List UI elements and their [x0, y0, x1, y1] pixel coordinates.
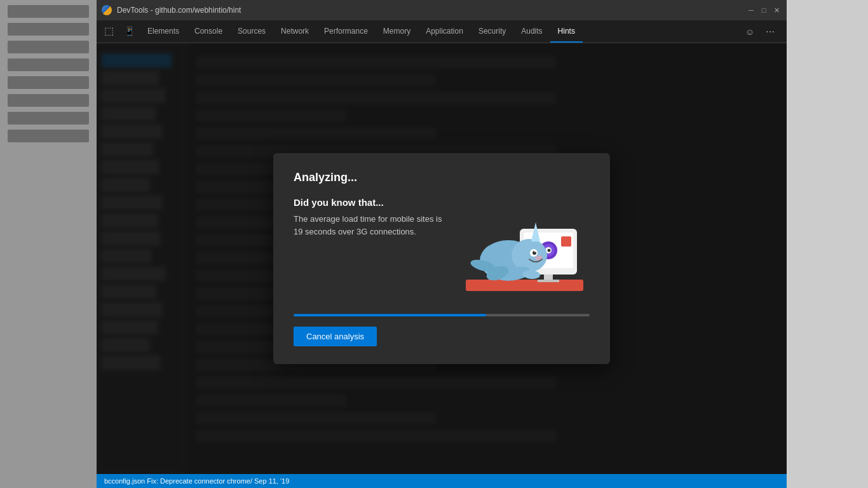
tab-sources-label: Sources [238, 27, 266, 36]
left-side-panel [0, 0, 97, 488]
left-panel-item [8, 94, 89, 107]
tab-security[interactable]: Security [471, 20, 513, 43]
tab-performance[interactable]: Performance [316, 20, 376, 43]
main-content: Analyzing... Did you know that... The av… [97, 43, 787, 474]
tab-application-label: Application [426, 27, 463, 36]
svg-point-11 [512, 239, 547, 272]
window-title: DevTools - github.com/webhintio/hint [117, 6, 746, 15]
tab-hints[interactable]: Hints [550, 20, 583, 43]
progress-track [294, 314, 590, 316]
svg-rect-0 [466, 280, 583, 291]
status-bar-text: bcconfig.json Fix: Deprecate connector c… [104, 477, 289, 485]
close-button[interactable]: ✕ [771, 5, 782, 15]
dialog-text-content: Did you know that... The average load ti… [294, 197, 450, 238]
svg-rect-9 [561, 236, 571, 247]
device-icon: 📱 [124, 26, 135, 36]
progress-container [294, 314, 590, 316]
tab-security-label: Security [478, 27, 506, 36]
analysis-dialog: Analyzing... Did you know that... The av… [273, 153, 610, 364]
tab-bar: ⬚ 📱 Elements Console Sources Network Per… [97, 20, 787, 43]
modal-overlay: Analyzing... Did you know that... The av… [97, 43, 787, 474]
left-panel-item [8, 23, 89, 36]
smiley-button[interactable]: ☺ [741, 23, 759, 41]
minimize-button[interactable]: ─ [746, 5, 756, 15]
maximize-button[interactable]: □ [759, 5, 769, 15]
tab-console[interactable]: Console [187, 20, 230, 43]
dialog-body: Did you know that... The average load ti… [294, 197, 590, 299]
tab-inspect-element[interactable]: ⬚ [99, 20, 119, 43]
tab-elements[interactable]: Elements [140, 20, 187, 43]
tab-memory[interactable]: Memory [376, 20, 418, 43]
more-tools-button[interactable]: ⋯ [761, 23, 779, 41]
left-panel-item [8, 130, 89, 142]
tab-audits[interactable]: Audits [513, 20, 550, 43]
tab-application[interactable]: Application [418, 20, 471, 43]
inspect-icon: ⬚ [104, 25, 114, 37]
left-panel-item [8, 76, 89, 89]
tab-bar-right: ☺ ⋯ [736, 20, 784, 43]
tab-audits-label: Audits [521, 27, 542, 36]
svg-rect-4 [538, 280, 559, 282]
tab-performance-label: Performance [324, 27, 368, 36]
narwhal-svg [463, 197, 590, 299]
narwhal-illustration [463, 197, 590, 299]
tab-memory-label: Memory [383, 27, 410, 36]
progress-fill [294, 314, 486, 316]
title-bar-controls: ─ □ ✕ [746, 5, 782, 15]
left-panel-item [8, 41, 89, 53]
left-panel-item [8, 5, 89, 18]
svg-point-15 [532, 251, 536, 255]
status-bar: bcconfig.json Fix: Deprecate connector c… [97, 474, 787, 488]
tab-network[interactable]: Network [273, 20, 316, 43]
svg-point-8 [548, 249, 551, 252]
tab-device-toggle[interactable]: 📱 [119, 20, 140, 43]
tab-hints-label: Hints [558, 27, 575, 36]
edge-browser-icon [102, 5, 112, 15]
tab-network-label: Network [281, 27, 309, 36]
svg-point-16 [534, 251, 536, 252]
analyzing-title: Analyzing... [294, 171, 590, 184]
left-panel-item [8, 112, 89, 125]
did-you-know-label: Did you know that... [294, 197, 450, 208]
devtools-window: DevTools - github.com/webhintio/hint ─ □… [97, 0, 787, 488]
did-you-know-text: The average load time for mobile sites i… [294, 213, 450, 238]
tab-sources[interactable]: Sources [230, 20, 273, 43]
tab-elements-label: Elements [147, 27, 179, 36]
title-bar: DevTools - github.com/webhintio/hint ─ □… [97, 0, 787, 20]
left-panel-item [8, 58, 89, 71]
cancel-analysis-button[interactable]: Cancel analysis [294, 327, 377, 346]
tab-console-label: Console [194, 27, 222, 36]
